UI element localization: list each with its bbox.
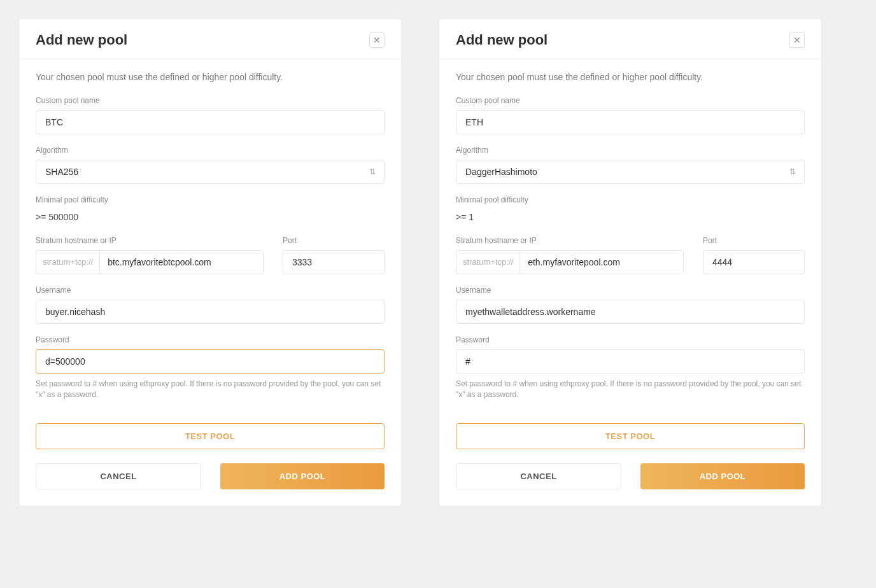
label-min-difficulty: Minimal pool difficulty xyxy=(456,195,805,204)
field-username: Username xyxy=(36,286,385,324)
add-pool-button[interactable]: ADD POOL xyxy=(640,463,805,489)
select-algorithm[interactable]: DaggerHashimoto xyxy=(456,160,805,184)
value-min-difficulty: >= 500000 xyxy=(36,209,385,225)
field-password: Password Set password to # when using et… xyxy=(36,335,385,400)
field-algorithm: Algorithm DaggerHashimoto ⇅ xyxy=(456,146,805,184)
modal-header: Add new pool ✕ xyxy=(439,19,821,59)
value-min-difficulty: >= 1 xyxy=(456,209,805,225)
label-port: Port xyxy=(283,236,385,245)
password-hint: Set password to # when using ethproxy po… xyxy=(456,379,805,400)
field-hostname: Stratum hostname or IP stratum+tcp:// xyxy=(456,236,684,274)
label-hostname: Stratum hostname or IP xyxy=(456,236,684,245)
modal-title: Add new pool xyxy=(36,32,127,48)
modal-description: Your chosen pool must use the defined or… xyxy=(36,72,385,82)
label-hostname: Stratum hostname or IP xyxy=(36,236,264,245)
input-custom-pool-name[interactable] xyxy=(456,110,805,134)
label-username: Username xyxy=(456,286,805,295)
stratum-prefix: stratum+tcp:// xyxy=(456,250,519,274)
select-algorithm[interactable]: SHA256 xyxy=(36,160,385,184)
label-custom-pool-name: Custom pool name xyxy=(36,96,385,105)
field-password: Password Set password to # when using et… xyxy=(456,335,805,400)
label-min-difficulty: Minimal pool difficulty xyxy=(36,195,385,204)
input-port[interactable] xyxy=(283,250,385,274)
input-custom-pool-name[interactable] xyxy=(36,110,385,134)
label-custom-pool-name: Custom pool name xyxy=(456,96,805,105)
cancel-button[interactable]: CANCEL xyxy=(456,463,621,489)
close-button[interactable]: ✕ xyxy=(789,32,805,48)
modal-body: Your chosen pool must use the defined or… xyxy=(439,59,821,506)
field-algorithm: Algorithm SHA256 ⇅ xyxy=(36,146,385,184)
input-hostname[interactable] xyxy=(519,250,684,274)
test-pool-button[interactable]: TEST POOL xyxy=(36,423,385,449)
row-host-port: Stratum hostname or IP stratum+tcp:// Po… xyxy=(456,236,805,286)
button-row: CANCEL ADD POOL xyxy=(36,463,385,489)
field-min-difficulty: Minimal pool difficulty >= 500000 xyxy=(36,195,385,225)
close-icon: ✕ xyxy=(793,36,801,45)
cancel-button[interactable]: CANCEL xyxy=(36,463,201,489)
add-pool-modal-right: Add new pool ✕ Your chosen pool must use… xyxy=(439,19,821,506)
field-min-difficulty: Minimal pool difficulty >= 1 xyxy=(456,195,805,225)
label-algorithm: Algorithm xyxy=(456,146,805,155)
field-port: Port xyxy=(703,236,805,274)
add-pool-modal-left: Add new pool ✕ Your chosen pool must use… xyxy=(19,19,401,506)
close-icon: ✕ xyxy=(373,36,381,45)
password-hint: Set password to # when using ethproxy po… xyxy=(36,379,385,400)
input-username[interactable] xyxy=(36,300,385,324)
field-hostname: Stratum hostname or IP stratum+tcp:// xyxy=(36,236,264,274)
input-password[interactable] xyxy=(456,349,805,374)
stratum-prefix: stratum+tcp:// xyxy=(36,250,99,274)
field-custom-pool-name: Custom pool name xyxy=(36,96,385,134)
modal-body: Your chosen pool must use the defined or… xyxy=(19,59,401,506)
input-hostname[interactable] xyxy=(99,250,264,274)
label-password: Password xyxy=(36,335,385,344)
input-username[interactable] xyxy=(456,300,805,324)
close-button[interactable]: ✕ xyxy=(369,32,385,48)
button-row: CANCEL ADD POOL xyxy=(456,463,805,489)
modal-header: Add new pool ✕ xyxy=(19,19,401,59)
modal-title: Add new pool xyxy=(456,32,548,48)
label-algorithm: Algorithm xyxy=(36,146,385,155)
input-password[interactable] xyxy=(36,349,385,374)
field-custom-pool-name: Custom pool name xyxy=(456,96,805,134)
field-username: Username xyxy=(456,286,805,324)
test-pool-button[interactable]: TEST POOL xyxy=(456,423,805,449)
add-pool-button[interactable]: ADD POOL xyxy=(220,463,385,489)
row-host-port: Stratum hostname or IP stratum+tcp:// Po… xyxy=(36,236,385,286)
field-port: Port xyxy=(283,236,385,274)
label-password: Password xyxy=(456,335,805,344)
modal-description: Your chosen pool must use the defined or… xyxy=(456,72,805,82)
input-port[interactable] xyxy=(703,250,805,274)
label-username: Username xyxy=(36,286,385,295)
label-port: Port xyxy=(703,236,805,245)
